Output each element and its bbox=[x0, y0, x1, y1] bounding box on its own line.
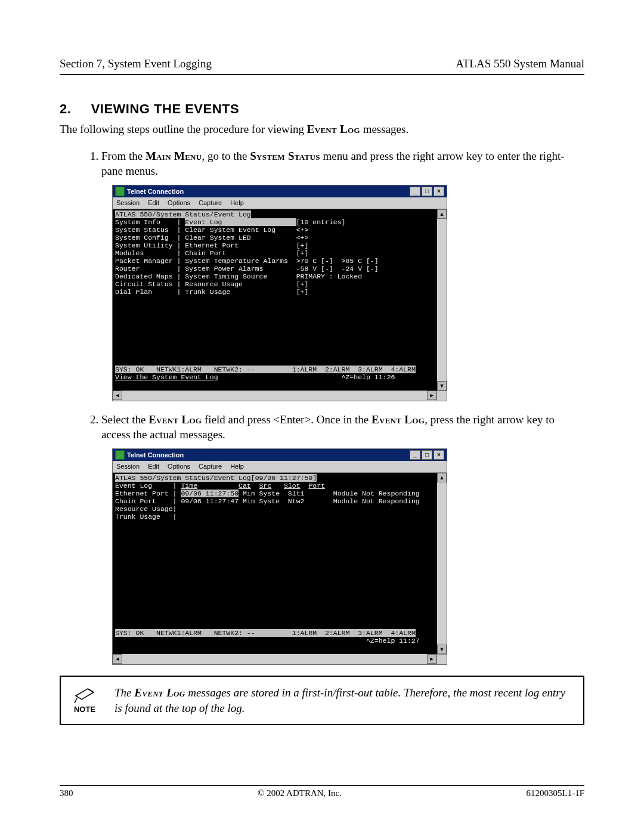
window-title: Telnet Connection bbox=[127, 451, 184, 460]
maximize-button[interactable]: □ bbox=[422, 187, 432, 196]
menu-help[interactable]: Help bbox=[230, 462, 244, 471]
menu-help[interactable]: Help bbox=[230, 199, 244, 208]
hscrollbar[interactable]: ◄ ► bbox=[113, 654, 436, 664]
menu-capture[interactable]: Capture bbox=[199, 199, 222, 208]
titlebar[interactable]: Telnet Connection _ □ × bbox=[113, 185, 447, 197]
hscrollbar[interactable]: ◄ ► bbox=[113, 391, 436, 400]
menu-edit[interactable]: Edit bbox=[148, 199, 159, 208]
telnet-window-1: Telnet Connection _ □ × Session Edit Opt… bbox=[112, 185, 447, 401]
resize-grip-icon[interactable] bbox=[436, 654, 447, 664]
step-2: Select the Event Log field and press <En… bbox=[101, 412, 584, 665]
menu-capture[interactable]: Capture bbox=[199, 462, 222, 471]
menubar: Session Edit Options Capture Help bbox=[113, 461, 447, 473]
menu-edit[interactable]: Edit bbox=[148, 462, 159, 471]
titlebar[interactable]: Telnet Connection _ □ × bbox=[113, 449, 447, 461]
page-number: 380 bbox=[60, 788, 73, 798]
menu-session[interactable]: Session bbox=[116, 462, 140, 471]
menu-options[interactable]: Options bbox=[168, 199, 190, 208]
close-button[interactable]: × bbox=[434, 450, 444, 460]
step-1: From the Main Menu, go to the System Sta… bbox=[101, 148, 584, 401]
terminal-area[interactable]: ATLAS 550/System Status/Event Log System… bbox=[113, 209, 437, 391]
scroll-down-icon[interactable]: ▼ bbox=[437, 645, 447, 654]
app-icon bbox=[115, 450, 125, 460]
resize-grip-icon[interactable] bbox=[436, 391, 447, 401]
intro-paragraph: The following steps outline the procedur… bbox=[60, 122, 584, 137]
scroll-left-icon[interactable]: ◄ bbox=[113, 391, 122, 400]
note-icon: NOTE bbox=[69, 688, 100, 713]
section-number: 2. bbox=[60, 101, 87, 117]
vscrollbar[interactable]: ▲ ▼ bbox=[437, 209, 447, 391]
minimize-button[interactable]: _ bbox=[410, 450, 420, 460]
window-title: Telnet Connection bbox=[127, 187, 184, 196]
terminal-area[interactable]: ATLAS 550/System Status/Event Log[09/06 … bbox=[113, 473, 437, 654]
footer-docnumber: 61200305L1-1F bbox=[526, 788, 584, 798]
minimize-button[interactable]: _ bbox=[410, 187, 420, 196]
header-right: ATLAS 550 System Manual bbox=[456, 57, 584, 70]
svg-line-2 bbox=[75, 698, 77, 703]
vscrollbar[interactable]: ▲ ▼ bbox=[437, 473, 447, 654]
svg-line-1 bbox=[88, 689, 94, 692]
telnet-window-2: Telnet Connection _ □ × Session Edit Opt… bbox=[112, 448, 447, 665]
header-left: Section 7, System Event Logging bbox=[60, 57, 212, 70]
note-text: The Event Log messages are stored in a f… bbox=[114, 685, 572, 716]
menubar: Session Edit Options Capture Help bbox=[113, 197, 447, 209]
page-footer: 380 © 2002 ADTRAN, Inc. 61200305L1-1F bbox=[60, 785, 584, 798]
menu-options[interactable]: Options bbox=[168, 462, 190, 471]
section-title: VIEWING THE EVENTS bbox=[91, 101, 240, 116]
footer-copyright: © 2002 ADTRAN, Inc. bbox=[258, 788, 342, 798]
maximize-button[interactable]: □ bbox=[422, 450, 432, 460]
scroll-down-icon[interactable]: ▼ bbox=[437, 381, 447, 391]
scroll-right-icon[interactable]: ► bbox=[427, 654, 436, 664]
close-button[interactable]: × bbox=[434, 187, 444, 196]
menu-session[interactable]: Session bbox=[116, 199, 140, 208]
note-label: NOTE bbox=[74, 705, 95, 714]
note-box: NOTE The Event Log messages are stored i… bbox=[60, 676, 584, 725]
section-heading: 2. VIEWING THE EVENTS bbox=[60, 101, 584, 117]
app-icon bbox=[115, 187, 125, 196]
scroll-up-icon[interactable]: ▲ bbox=[437, 209, 447, 219]
scroll-up-icon[interactable]: ▲ bbox=[437, 473, 447, 482]
scroll-left-icon[interactable]: ◄ bbox=[113, 654, 122, 664]
scroll-right-icon[interactable]: ► bbox=[427, 391, 436, 400]
